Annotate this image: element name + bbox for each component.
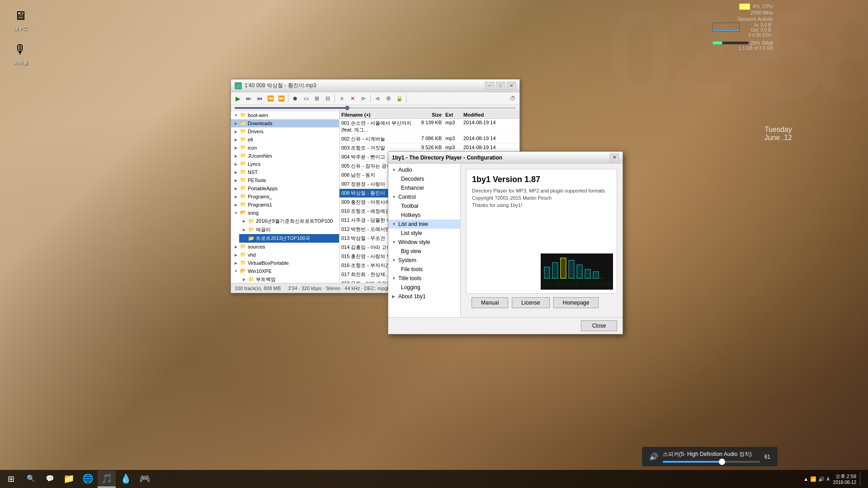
minimize-button[interactable]: ─ [485, 82, 494, 90]
taskbar-app-cortana[interactable]: 💬 [41, 470, 59, 488]
config-item-title-tools[interactable]: ▼ Title tools [388, 274, 460, 283]
desktop-icon-pc[interactable]: 🖥 내 PC [5, 5, 36, 34]
tree-item-programs_[interactable]: ▶ 📁 Programs_ [231, 192, 339, 201]
view-btn-1[interactable]: ▭ [301, 94, 311, 103]
expand-control: ▼ [392, 195, 397, 199]
file-size-001: 8 139 KB [414, 120, 445, 133]
tree-item-mekkuli[interactable]: ▶ 📁 매끌리 [239, 225, 339, 234]
config-item-toolbar[interactable]: Toolbar [388, 202, 460, 211]
start-button[interactable]: ⊞ [2, 470, 20, 488]
show-desktop-button[interactable] [860, 472, 863, 486]
taskbar-app-search[interactable]: 🔍 [22, 470, 40, 488]
folder-icon-lyrics: 📁 [240, 161, 246, 167]
tree-item-nst[interactable]: ▶ 📁 NST [231, 168, 339, 176]
taskbar-clock[interactable]: 오후 2:58 2018-06-12 [833, 473, 856, 485]
view-btn-3[interactable]: ⊟ [323, 94, 333, 103]
manual-button[interactable]: Manual [472, 297, 508, 308]
tree-item-efi[interactable]: ▶ 📁 efi [231, 136, 339, 144]
config-item-list-style[interactable]: List style [388, 229, 460, 238]
tree-item-petools[interactable]: ▶ 📁 PETools [231, 176, 339, 184]
tree-item-jucomnin[interactable]: ▶ 📁 JUcomNim [231, 152, 339, 160]
license-button[interactable]: License [512, 297, 549, 308]
config-tree[interactable]: ▼ Audio Decoders Enhancer ▼ Control Tool… [388, 164, 461, 317]
file-row-002[interactable]: 002 신유 - 시계바늘 7 086 KB mp3 2014-08-19 14 [340, 135, 519, 144]
skip-fwd-button[interactable]: ⏩ [276, 94, 286, 103]
stop-button[interactable]: ✕ [348, 94, 358, 103]
config-titlebar[interactable]: 1by1 - The Directory Player - Configurat… [388, 152, 623, 164]
taskbar-app-explorer[interactable]: 📁 [60, 470, 78, 488]
close-button[interactable]: ✕ [507, 82, 516, 90]
config-item-hotkeys[interactable]: Hotkeys [388, 211, 460, 220]
volume-slider[interactable] [663, 461, 760, 463]
tree-item-icon[interactable]: ▶ 📁 icon [231, 144, 339, 152]
queue-button[interactable]: ⊳ [359, 94, 368, 103]
config-item-about[interactable]: ▶ About 1by1 [388, 292, 460, 301]
maximize-button[interactable]: □ [496, 82, 505, 90]
config-item-big-view[interactable]: Big view [388, 247, 460, 256]
player-title: 1'40 008 박상철 - 황진이.mp3 [245, 82, 485, 89]
taskbar-apps: 🔍 💬 📁 🌐 🎵 💧 🎮 [22, 470, 154, 488]
tree-item-sources[interactable]: ▶ 📁 sources [231, 243, 339, 251]
config-item-control[interactable]: ▼ Control [388, 192, 460, 202]
volume-value: 61 [764, 454, 770, 460]
folder-icon-song: 📂 [240, 210, 246, 216]
taskbar-app-media[interactable]: 🎵 [98, 470, 116, 488]
layout-btn[interactable]: ⊲ [373, 94, 382, 103]
filter-button[interactable]: ≡ [337, 94, 347, 103]
tree-item-bootbackup[interactable]: ▶ 📁 부트백업 [239, 275, 339, 283]
tree-item-lyrics[interactable]: ▶ 📁 Lyrics [231, 160, 339, 168]
record-button[interactable]: ⏺ [290, 94, 300, 103]
folder-icon-boot-wim: 📁 [240, 112, 246, 118]
tree-item-boot-wim[interactable]: ▼ 📁 boot-wim [231, 111, 339, 119]
player-progress-bar[interactable] [231, 105, 519, 111]
lock-button[interactable]: 🔒 [394, 94, 404, 103]
tray-volume-icon[interactable]: 🔊 [818, 476, 825, 482]
volume-popup: 🔊 스피커(5- High Definition Audio 장치) 61 [642, 447, 778, 466]
tree-item-programs1[interactable]: ▶ 📁 Programs1 [231, 201, 339, 209]
skip-back-button[interactable]: ⏪ [265, 94, 275, 103]
taskbar-app-ie[interactable]: 🌐 [79, 470, 97, 488]
about-version: 1by1 Version 1.87 [472, 175, 611, 184]
player-titlebar[interactable]: ♪ 1'40 008 박상철 - 황진이.mp3 ─ □ ✕ [231, 80, 519, 92]
next-track-button[interactable]: ⏭ [244, 94, 254, 103]
tree-item-vbportable[interactable]: ▶ 📁 VirtualBoxPortable [231, 259, 339, 267]
tree-item-trot2013[interactable]: ▼ 📂 트로트2013년TOP100곡 [239, 234, 339, 243]
expand-bootbackup: ▶ [241, 277, 247, 283]
homepage-button[interactable]: Homepage [553, 297, 599, 308]
config-item-decoders[interactable]: Decoders [388, 174, 460, 183]
view-btn-2[interactable]: ⊞ [312, 94, 322, 103]
file-name-003: 003 조항조 - 거짓말 [341, 145, 414, 151]
play-button[interactable]: ▶ [233, 94, 243, 103]
taskbar-app-dropbox[interactable]: 💧 [117, 470, 135, 488]
tree-item-vhd[interactable]: ▶ 📁 vhd [231, 251, 339, 259]
tree-item-2016top100[interactable]: ▶ 📁 2016년9월기준최신트로트TOP100 [239, 217, 339, 225]
tree-item-win10xpe[interactable]: ▼ 📂 Win10XPE [231, 267, 339, 275]
prev-track-button[interactable]: ⏮ [255, 94, 264, 103]
file-row-001[interactable]: 001 손소연 - 서울에서 부산까지 (feat. 개그... 8 139 K… [340, 119, 519, 135]
config-item-enhancer[interactable]: Enhancer [388, 183, 460, 192]
config-item-audio[interactable]: ▼ Audio [388, 165, 460, 174]
tray-arrow[interactable]: ▲ [803, 476, 808, 482]
tree-item-drivers[interactable]: ▶ 📁 Drivers [231, 127, 339, 136]
config-item-system[interactable]: ▼ System [388, 256, 460, 265]
expand-vhd: ▶ [233, 252, 239, 258]
config-item-logging[interactable]: Logging [388, 283, 460, 292]
config-item-file-tools[interactable]: File tools [388, 265, 460, 274]
config-item-window-style[interactable]: ▼ Window style [388, 238, 460, 247]
desktop-icon-recording[interactable]: 🎙 녹제블 [5, 38, 36, 68]
svg-rect-14 [569, 260, 574, 278]
tree-label-mekkuli: 매끌리 [256, 226, 271, 233]
taskbar-app-game[interactable]: 🎮 [136, 470, 154, 488]
progress-track[interactable] [235, 107, 516, 109]
settings-button[interactable]: ⚙ [383, 94, 393, 103]
timer-button[interactable]: ⏱ [508, 94, 518, 103]
tree-item-song[interactable]: ▼ 📂 song [231, 209, 339, 217]
network-label: Network Activity [712, 16, 773, 22]
tree-item-portableapps[interactable]: ▶ 📁 PortableApps [231, 184, 339, 192]
tree-item-downloads[interactable]: ▶ 📁 Downloads [231, 119, 339, 127]
config-close-button[interactable]: Close [581, 320, 617, 331]
config-close-x[interactable]: ✕ [610, 154, 619, 162]
expand-audio: ▼ [392, 168, 397, 172]
config-item-list-tree[interactable]: ▼ List and tree [388, 220, 460, 229]
file-tree[interactable]: ▼ 📁 boot-wim ▶ 📁 Downloads ▶ 📁 Drivers ▶… [231, 111, 340, 283]
